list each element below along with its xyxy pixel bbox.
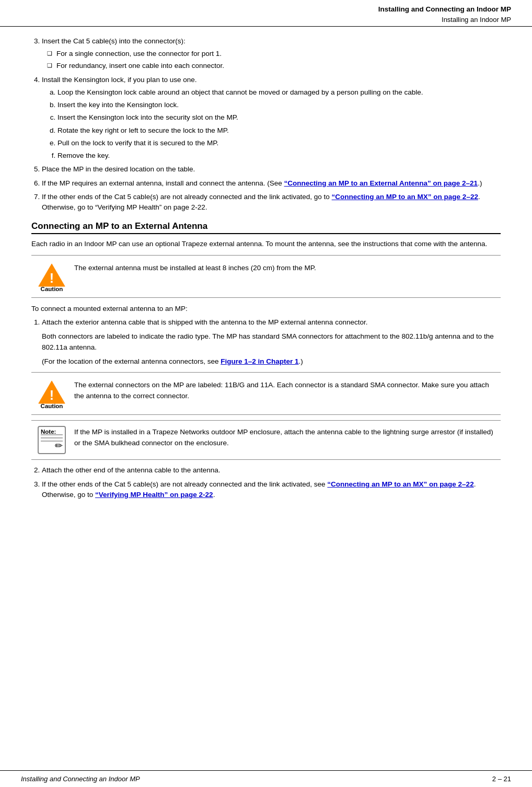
caution-triangle-icon-2: ! <box>38 379 66 405</box>
antenna-step3-link2[interactable]: “Verifying MP Health” on page 2-22 <box>95 491 213 499</box>
footer-left-text: Installing and Connecting an Indoor MP <box>21 775 140 783</box>
step3-text: Insert the Cat 5 cable(s) into the conne… <box>42 37 186 45</box>
list-item: Install the Kensington lock, if you plan… <box>42 75 501 161</box>
caution-label-1: Caution <box>41 286 63 292</box>
step5-text: Place the MP in the desired location on … <box>42 165 195 173</box>
note1-text: If the MP is installed in a Trapeze Netw… <box>74 426 494 448</box>
list-item: If the other ends of the Cat 5 cable(s) … <box>42 192 501 213</box>
page-footer: Installing and Connecting an Indoor MP 2… <box>0 770 532 787</box>
step6-link[interactable]: “Connecting an MP to an External Antenna… <box>284 179 478 187</box>
step6-text-after: .) <box>478 179 482 187</box>
connect-intro: To connect a mounted external antenna to… <box>31 303 501 315</box>
antenna-step2-text: Attach the other end of the antenna cabl… <box>42 466 221 474</box>
caution-box-1: ! Caution The external antenna must be i… <box>31 255 501 298</box>
step3-bullets: For a single connection, use the connect… <box>47 49 501 72</box>
main-steps-list: Insert the Cat 5 cable(s) into the conne… <box>42 36 501 213</box>
list-item: Rotate the key right or left to secure t… <box>57 125 501 136</box>
caution1-text: The external antenna must be installed a… <box>74 261 316 273</box>
antenna-step1-para1: Both connectors are labeled to indicate … <box>42 331 501 353</box>
section-intro-text: Each radio in an Indoor MP can use an op… <box>31 238 501 250</box>
antenna-step3-before: If the other ends of the Cat 5 cable(s) … <box>42 480 327 488</box>
antenna-step3-end: . <box>213 491 215 499</box>
list-item: Place the MP in the desired location on … <box>42 164 501 175</box>
list-item: Insert the key into the Kensington lock. <box>57 100 501 110</box>
header-title-line2: Installing an Indoor MP <box>21 15 511 25</box>
list-item: If the MP requires an external antenna, … <box>42 178 501 189</box>
step7-link1[interactable]: “Connecting an MP to an MX” on page 2–22 <box>332 193 478 201</box>
footer-page-number: 2 – 21 <box>492 775 511 783</box>
list-item: Loop the Kensington lock cable around an… <box>57 87 501 98</box>
list-item: For redundancy, insert one cable into ea… <box>47 61 501 71</box>
page: Installing and Connecting an Indoor MP I… <box>0 0 532 787</box>
section-heading-external-antenna: Connecting an MP to an External Antenna <box>31 221 501 234</box>
antenna-step1-para2: (For the location of the external antenn… <box>42 356 501 367</box>
caution-icon-1: ! Caution <box>38 262 66 292</box>
caution-label-2: Caution <box>41 403 63 409</box>
step7-text-before: If the other ends of the Cat 5 cable(s) … <box>42 193 332 201</box>
list-item: Insert the Cat 5 cable(s) into the conne… <box>42 36 501 72</box>
list-item: Attach the exterior antenna cable that i… <box>42 317 501 367</box>
note-box-1: Note: ✏ If the MP is installed in a Trap… <box>31 420 501 460</box>
note-icon: Note: ✏ <box>38 426 66 454</box>
caution2-text: The external connectors on the MP are la… <box>74 378 494 401</box>
step4-sub-list: Loop the Kensington lock cable around an… <box>57 87 501 161</box>
list-item: Insert the Kensington lock into the secu… <box>57 112 501 123</box>
list-item: Remove the key. <box>57 151 501 161</box>
step4-text: Install the Kensington lock, if you plan… <box>42 76 196 84</box>
caution-triangle-icon: ! <box>38 262 66 288</box>
svg-text:!: ! <box>50 388 54 402</box>
step6-text-before: If the MP requires an external antenna, … <box>42 179 284 187</box>
figure-link[interactable]: Figure 1–2 in Chapter 1 <box>221 357 298 365</box>
pencil-icon: ✏ <box>55 440 63 452</box>
svg-text:!: ! <box>50 271 54 285</box>
antenna-step1-text: Attach the exterior antenna cable that i… <box>42 318 367 326</box>
list-item: Attach the other end of the antenna cabl… <box>42 465 501 476</box>
list-item: Pull on the lock to verify that it is se… <box>57 138 501 148</box>
header-title-line1: Installing and Connecting an Indoor MP <box>21 4 511 15</box>
antenna-step3-link1[interactable]: “Connecting an MP to an MX” on page 2–22 <box>327 480 473 488</box>
caution-icon-2: ! Caution <box>38 379 66 409</box>
list-item: For a single connection, use the connect… <box>47 49 501 59</box>
antenna-steps-2-3: Attach the other end of the antenna cabl… <box>42 465 501 500</box>
antenna-steps-list: Attach the exterior antenna cable that i… <box>42 317 501 367</box>
list-item: If the other ends of the Cat 5 cable(s) … <box>42 479 501 501</box>
main-content: Insert the Cat 5 cable(s) into the conne… <box>0 27 532 770</box>
caution-box-2: ! Caution The external connectors on the… <box>31 372 501 415</box>
page-header: Installing and Connecting an Indoor MP I… <box>0 0 532 27</box>
